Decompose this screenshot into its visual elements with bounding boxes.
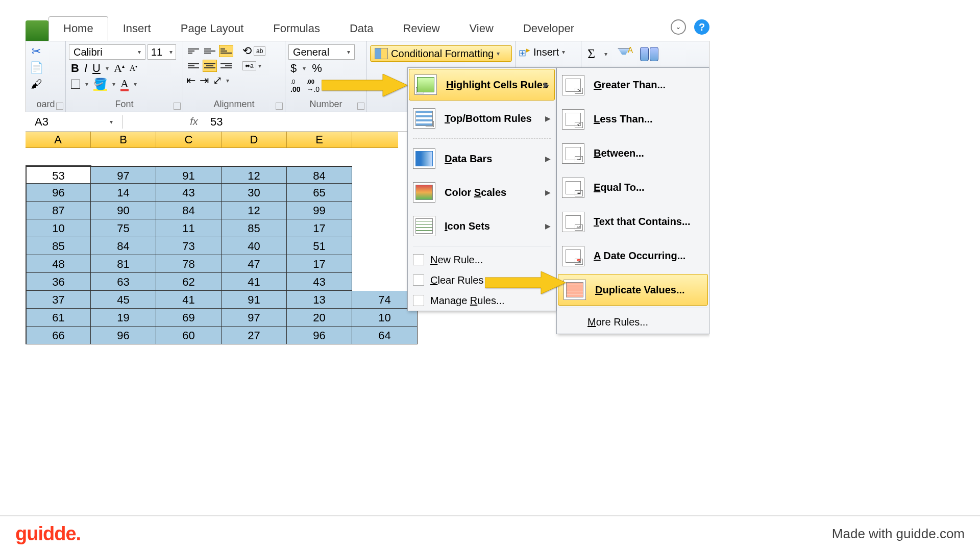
cell[interactable]: 90 (91, 202, 156, 219)
alignment-launcher[interactable] (276, 103, 283, 110)
cell[interactable]: 30 (222, 184, 287, 202)
cell[interactable]: 99 (287, 202, 352, 219)
increase-decimal[interactable]: .0.00 (290, 77, 300, 93)
currency-button[interactable]: $ (290, 62, 297, 75)
cell[interactable]: 96 (287, 327, 352, 344)
tab-review[interactable]: Review (388, 16, 454, 41)
file-tab[interactable] (26, 20, 48, 41)
conditional-formatting-button[interactable]: Conditional Formatting ▾ (370, 45, 512, 62)
minimize-ribbon-icon[interactable]: ⌄ (671, 19, 686, 35)
cell[interactable]: 81 (91, 255, 156, 273)
fx-icon[interactable]: fx (184, 116, 204, 128)
cell[interactable]: 10 (26, 219, 91, 237)
number-launcher[interactable] (357, 103, 364, 110)
cell[interactable]: 10 (352, 309, 418, 327)
wrap-text-button[interactable]: ab (254, 46, 265, 56)
increase-indent[interactable]: ⇥ (200, 74, 209, 87)
submenu-between[interactable]: ↔ Between... (557, 136, 709, 170)
menu-color-scales[interactable]: Color Scales ▶ (408, 176, 556, 209)
clipboard-launcher[interactable] (56, 103, 63, 110)
tab-formulas[interactable]: Formulas (258, 16, 335, 41)
find-select-button[interactable] (640, 47, 658, 61)
col-header-d[interactable]: D (222, 132, 287, 148)
align-middle[interactable] (203, 45, 217, 57)
decrease-indent[interactable]: ⇤ (186, 74, 195, 87)
format-painter-icon[interactable]: 🖌 (29, 77, 43, 91)
cell[interactable]: 61 (26, 309, 91, 327)
cell[interactable]: 36 (26, 273, 91, 291)
cell[interactable]: 12 (222, 202, 287, 219)
decrease-decimal[interactable]: .00→.0 (306, 77, 320, 93)
cell[interactable]: 11 (156, 219, 222, 237)
font-color-button[interactable]: A (120, 77, 129, 91)
col-header-b[interactable]: B (91, 132, 156, 148)
menu-new-rule[interactable]: New Rule... (408, 249, 556, 270)
submenu-greater-than[interactable]: > Greater Than... (557, 68, 709, 102)
tab-data[interactable]: Data (335, 16, 388, 41)
cell[interactable]: 85 (26, 237, 91, 255)
cell[interactable]: 12 (222, 166, 287, 184)
cell[interactable]: 37 (26, 291, 91, 309)
cell[interactable]: 75 (91, 219, 156, 237)
cell[interactable]: 66 (26, 327, 91, 344)
number-format-select[interactable]: General▾ (288, 44, 355, 60)
copy-icon[interactable]: 📄 (29, 61, 43, 75)
cell[interactable]: 41 (222, 273, 287, 291)
align-bottom[interactable] (219, 45, 233, 57)
orientation-button[interactable]: ⟲ (242, 44, 252, 58)
borders-button[interactable] (71, 80, 80, 89)
col-header-c[interactable]: C (156, 132, 222, 148)
submenu-less-than[interactable]: < Less Than... (557, 102, 709, 136)
italic-button[interactable]: I (84, 62, 87, 75)
cell[interactable]: 91 (222, 291, 287, 309)
cell[interactable]: 13 (287, 291, 352, 309)
cell[interactable]: 62 (156, 273, 222, 291)
cut-icon[interactable]: ✂ (29, 44, 43, 59)
cell[interactable]: 19 (91, 309, 156, 327)
menu-data-bars[interactable]: Data Bars ▶ (408, 142, 556, 176)
cell[interactable]: 60 (156, 327, 222, 344)
align-right[interactable] (219, 60, 233, 72)
cell[interactable]: 84 (156, 202, 222, 219)
cell[interactable]: 51 (287, 237, 352, 255)
col-header-e[interactable]: E (287, 132, 352, 148)
percent-button[interactable]: % (312, 62, 322, 75)
submenu-equal-to[interactable]: = Equal To... (557, 170, 709, 205)
insert-button[interactable]: ⊞▸ Insert ▾ (519, 45, 578, 59)
cell[interactable]: 64 (352, 327, 418, 344)
cell[interactable]: 96 (91, 327, 156, 344)
sort-filter-button[interactable]: A (617, 47, 631, 61)
font-launcher[interactable] (174, 103, 181, 110)
menu-top-bottom-rules[interactable]: 10 Top/Bottom Rules ▶ (408, 102, 556, 135)
align-left[interactable] (186, 60, 201, 72)
col-header-a[interactable]: A (26, 132, 91, 148)
cell[interactable]: 78 (156, 255, 222, 273)
cell[interactable]: 20 (287, 309, 352, 327)
tab-home[interactable]: Home (48, 16, 108, 41)
align-center[interactable] (203, 60, 217, 72)
cell[interactable]: 84 (91, 237, 156, 255)
cell[interactable]: 41 (156, 291, 222, 309)
cell[interactable]: 87 (26, 202, 91, 219)
submenu-date-occurring[interactable]: 📅 A Date Occurring... (557, 239, 709, 273)
submenu-text-contains[interactable]: ab Text that Contains... (557, 205, 709, 239)
underline-button[interactable]: U (92, 62, 101, 75)
tab-view[interactable]: View (455, 16, 508, 41)
menu-icon-sets[interactable]: Icon Sets ▶ (408, 209, 556, 243)
cell[interactable]: 27 (222, 327, 287, 344)
cell[interactable]: 97 (91, 166, 156, 184)
cell[interactable]: 48 (26, 255, 91, 273)
align-top[interactable] (186, 45, 201, 57)
submenu-duplicate-values[interactable]: Duplicate Values... (558, 274, 708, 306)
tab-developer[interactable]: Developer (508, 16, 589, 41)
cell[interactable]: 63 (91, 273, 156, 291)
cell[interactable]: 17 (287, 219, 352, 237)
tab-insert[interactable]: Insert (108, 16, 166, 41)
cell[interactable]: 96 (26, 184, 91, 202)
cell[interactable]: 97 (222, 309, 287, 327)
cell[interactable]: 45 (91, 291, 156, 309)
cell[interactable]: 53 (26, 166, 91, 184)
font-size-select[interactable]: 11▾ (148, 44, 176, 60)
cell[interactable]: 65 (287, 184, 352, 202)
cell[interactable]: 14 (91, 184, 156, 202)
